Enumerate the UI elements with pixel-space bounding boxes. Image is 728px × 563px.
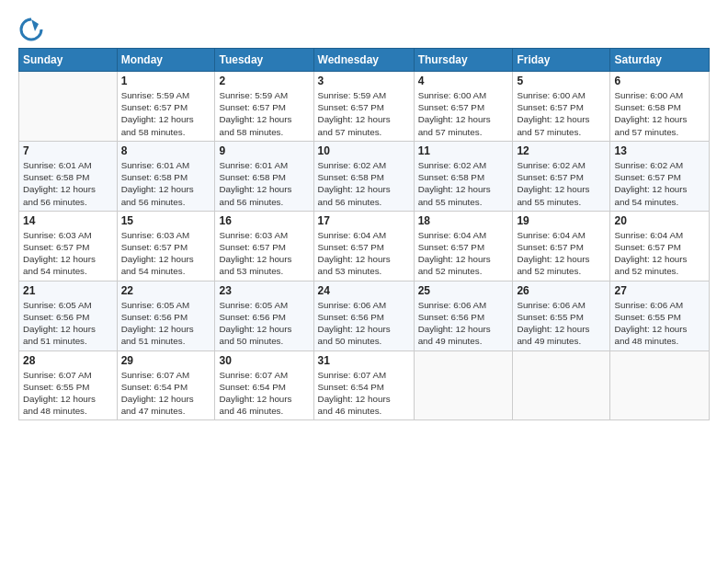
day-number: 24: [318, 284, 410, 297]
calendar-header: SundayMondayTuesdayWednesdayThursdayFrid…: [19, 49, 710, 72]
calendar-cell: 18Sunrise: 6:04 AMSunset: 6:57 PMDayligh…: [414, 211, 513, 281]
day-info: Sunrise: 6:06 AMSunset: 6:56 PMDaylight:…: [318, 299, 410, 348]
weekday-header-saturday: Saturday: [610, 49, 710, 72]
calendar-week-1: 7Sunrise: 6:01 AMSunset: 6:58 PMDaylight…: [19, 141, 710, 211]
day-number: 15: [121, 214, 211, 227]
day-number: 11: [418, 144, 509, 157]
calendar-week-2: 14Sunrise: 6:03 AMSunset: 6:57 PMDayligh…: [19, 211, 710, 281]
calendar-cell: [19, 72, 118, 142]
calendar-cell: 5Sunrise: 6:00 AMSunset: 6:57 PMDaylight…: [513, 72, 610, 142]
calendar-body: 1Sunrise: 5:59 AMSunset: 6:57 PMDaylight…: [19, 72, 710, 420]
day-number: 14: [23, 214, 113, 227]
day-number: 5: [517, 75, 606, 87]
day-number: 12: [517, 144, 606, 157]
calendar-cell: [513, 350, 610, 420]
day-info: Sunrise: 6:02 AMSunset: 6:57 PMDaylight:…: [614, 159, 705, 208]
calendar-cell: 21Sunrise: 6:05 AMSunset: 6:56 PMDayligh…: [19, 281, 118, 350]
day-info: Sunrise: 6:02 AMSunset: 6:57 PMDaylight:…: [517, 159, 606, 208]
day-info: Sunrise: 6:00 AMSunset: 6:57 PMDaylight:…: [517, 89, 606, 138]
calendar-cell: 9Sunrise: 6:01 AMSunset: 6:58 PMDaylight…: [215, 141, 313, 211]
calendar-cell: 20Sunrise: 6:04 AMSunset: 6:57 PMDayligh…: [610, 211, 710, 281]
day-info: Sunrise: 6:04 AMSunset: 6:57 PMDaylight:…: [418, 229, 509, 278]
day-number: 19: [517, 214, 606, 227]
calendar-cell: 4Sunrise: 6:00 AMSunset: 6:57 PMDaylight…: [414, 72, 513, 142]
calendar-cell: 6Sunrise: 6:00 AMSunset: 6:58 PMDaylight…: [610, 72, 710, 142]
calendar-cell: 3Sunrise: 5:59 AMSunset: 6:57 PMDaylight…: [313, 72, 414, 142]
calendar-cell: 17Sunrise: 6:04 AMSunset: 6:57 PMDayligh…: [313, 211, 414, 281]
header: [18, 17, 710, 42]
day-number: 21: [23, 284, 113, 297]
day-info: Sunrise: 6:00 AMSunset: 6:57 PMDaylight:…: [418, 89, 509, 138]
day-info: Sunrise: 6:06 AMSunset: 6:55 PMDaylight:…: [517, 299, 606, 348]
calendar-cell: 19Sunrise: 6:04 AMSunset: 6:57 PMDayligh…: [513, 211, 610, 281]
day-info: Sunrise: 6:03 AMSunset: 6:57 PMDaylight:…: [219, 229, 309, 278]
weekday-header-friday: Friday: [513, 49, 610, 72]
day-number: 29: [121, 354, 211, 367]
calendar-table: SundayMondayTuesdayWednesdayThursdayFrid…: [18, 48, 710, 420]
calendar-cell: 14Sunrise: 6:03 AMSunset: 6:57 PMDayligh…: [19, 211, 118, 281]
calendar-cell: 13Sunrise: 6:02 AMSunset: 6:57 PMDayligh…: [610, 141, 710, 211]
day-info: Sunrise: 6:04 AMSunset: 6:57 PMDaylight:…: [614, 229, 705, 278]
day-number: 7: [23, 144, 113, 157]
day-info: Sunrise: 5:59 AMSunset: 6:57 PMDaylight:…: [219, 89, 309, 138]
day-info: Sunrise: 6:04 AMSunset: 6:57 PMDaylight:…: [318, 229, 410, 278]
day-number: 3: [318, 75, 410, 87]
calendar-cell: 11Sunrise: 6:02 AMSunset: 6:58 PMDayligh…: [414, 141, 513, 211]
day-number: 27: [614, 284, 705, 297]
calendar-cell: 1Sunrise: 5:59 AMSunset: 6:57 PMDaylight…: [117, 72, 215, 142]
day-info: Sunrise: 5:59 AMSunset: 6:57 PMDaylight:…: [318, 89, 410, 138]
calendar-cell: 30Sunrise: 6:07 AMSunset: 6:54 PMDayligh…: [215, 350, 313, 420]
calendar-week-3: 21Sunrise: 6:05 AMSunset: 6:56 PMDayligh…: [19, 281, 710, 350]
calendar-cell: 25Sunrise: 6:06 AMSunset: 6:56 PMDayligh…: [414, 281, 513, 350]
logo-icon: [18, 17, 44, 42]
calendar-week-0: 1Sunrise: 5:59 AMSunset: 6:57 PMDaylight…: [19, 72, 710, 142]
day-number: 1: [121, 75, 211, 87]
day-number: 6: [614, 75, 705, 87]
calendar-cell: [414, 350, 513, 420]
day-info: Sunrise: 6:00 AMSunset: 6:58 PMDaylight:…: [614, 89, 705, 138]
calendar-cell: 23Sunrise: 6:05 AMSunset: 6:56 PMDayligh…: [215, 281, 313, 350]
day-info: Sunrise: 6:01 AMSunset: 6:58 PMDaylight:…: [121, 159, 211, 208]
day-info: Sunrise: 6:03 AMSunset: 6:57 PMDaylight:…: [121, 229, 211, 278]
calendar-cell: 24Sunrise: 6:06 AMSunset: 6:56 PMDayligh…: [313, 281, 414, 350]
day-info: Sunrise: 6:05 AMSunset: 6:56 PMDaylight:…: [23, 299, 113, 348]
day-info: Sunrise: 6:01 AMSunset: 6:58 PMDaylight:…: [219, 159, 309, 208]
day-number: 22: [121, 284, 211, 297]
day-number: 25: [418, 284, 509, 297]
day-info: Sunrise: 6:02 AMSunset: 6:58 PMDaylight:…: [418, 159, 509, 208]
day-number: 13: [614, 144, 705, 157]
day-number: 4: [418, 75, 509, 87]
day-info: Sunrise: 6:03 AMSunset: 6:57 PMDaylight:…: [23, 229, 113, 278]
day-number: 8: [121, 144, 211, 157]
day-number: 26: [517, 284, 606, 297]
day-number: 23: [219, 284, 309, 297]
calendar-cell: 15Sunrise: 6:03 AMSunset: 6:57 PMDayligh…: [117, 211, 215, 281]
logo: [18, 17, 48, 42]
calendar-cell: 7Sunrise: 6:01 AMSunset: 6:58 PMDaylight…: [19, 141, 118, 211]
day-info: Sunrise: 6:07 AMSunset: 6:54 PMDaylight:…: [219, 369, 309, 418]
day-number: 18: [418, 214, 509, 227]
weekday-header-sunday: Sunday: [19, 49, 118, 72]
day-number: 2: [219, 75, 309, 87]
day-number: 30: [219, 354, 309, 367]
day-number: 9: [219, 144, 309, 157]
day-number: 28: [23, 354, 113, 367]
weekday-header-monday: Monday: [117, 49, 215, 72]
page: SundayMondayTuesdayWednesdayThursdayFrid…: [0, 0, 728, 563]
calendar-cell: 22Sunrise: 6:05 AMSunset: 6:56 PMDayligh…: [117, 281, 215, 350]
day-info: Sunrise: 6:07 AMSunset: 6:54 PMDaylight:…: [121, 369, 211, 418]
day-info: Sunrise: 6:02 AMSunset: 6:58 PMDaylight:…: [318, 159, 410, 208]
day-info: Sunrise: 6:06 AMSunset: 6:56 PMDaylight:…: [418, 299, 509, 348]
calendar-cell: 10Sunrise: 6:02 AMSunset: 6:58 PMDayligh…: [313, 141, 414, 211]
weekday-header-thursday: Thursday: [414, 49, 513, 72]
day-info: Sunrise: 6:06 AMSunset: 6:55 PMDaylight:…: [614, 299, 705, 348]
day-number: 31: [318, 354, 410, 367]
day-info: Sunrise: 6:05 AMSunset: 6:56 PMDaylight:…: [121, 299, 211, 348]
calendar-cell: 2Sunrise: 5:59 AMSunset: 6:57 PMDaylight…: [215, 72, 313, 142]
day-info: Sunrise: 6:07 AMSunset: 6:55 PMDaylight:…: [23, 369, 113, 418]
day-info: Sunrise: 6:05 AMSunset: 6:56 PMDaylight:…: [219, 299, 309, 348]
day-info: Sunrise: 6:07 AMSunset: 6:54 PMDaylight:…: [318, 369, 410, 418]
calendar-cell: 8Sunrise: 6:01 AMSunset: 6:58 PMDaylight…: [117, 141, 215, 211]
calendar-cell: 27Sunrise: 6:06 AMSunset: 6:55 PMDayligh…: [610, 281, 710, 350]
day-number: 17: [318, 214, 410, 227]
